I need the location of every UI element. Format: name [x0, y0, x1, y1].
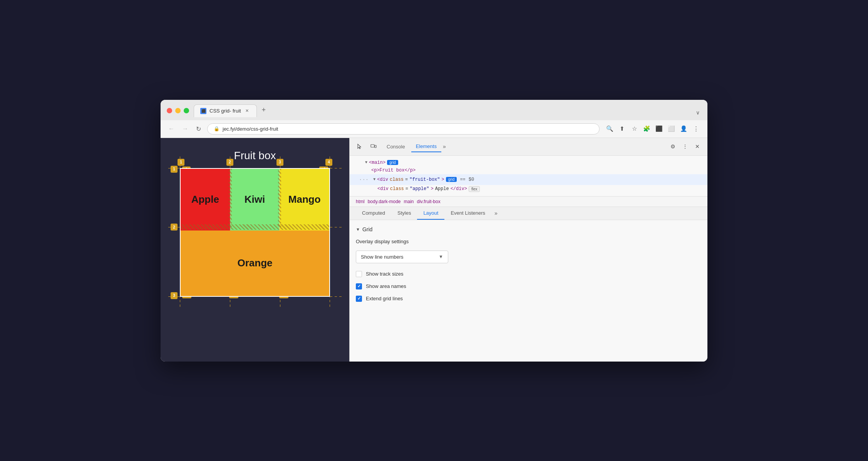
reload-button[interactable]: ↻ [194, 124, 203, 134]
devtools-toolbar: Console Elements » ⚙ ⋮ ✕ [350, 138, 707, 156]
maximize-button[interactable] [184, 108, 189, 113]
webpage-preview: Fruit box 1 2 [161, 138, 349, 362]
main-area: Fruit box 1 2 [161, 138, 707, 362]
eyedropper-icon[interactable]: ⬛ [654, 123, 664, 134]
dom-apple-open: <div [377, 186, 389, 192]
svg-rect-0 [371, 145, 374, 147]
tab-layout[interactable]: Layout [417, 207, 444, 220]
orange-cell: Orange [181, 230, 329, 296]
dom-row-main[interactable]: ▼ <main> grid [350, 159, 707, 167]
dom-class-value: "fruit-box" [409, 177, 440, 182]
dom-apple-tag-close: > [431, 186, 433, 192]
breadcrumb-div[interactable]: div.fruit-box [417, 199, 441, 204]
overlay-settings: Overlay display settings Show line numbe… [356, 239, 701, 302]
grid-badge-3-top: 3 [276, 159, 283, 166]
breadcrumb: html body.dark-mode main div.fruit-box [350, 197, 707, 207]
breadcrumb-body[interactable]: body.dark-mode [368, 199, 401, 204]
device-icon [370, 143, 377, 150]
forward-button[interactable]: → [181, 124, 190, 134]
grid-badge-1-top: 1 [178, 159, 184, 166]
col-gap-hatch-2 [278, 169, 281, 227]
traffic-lights [167, 108, 189, 113]
grid-badge-row1-left: 1 [171, 166, 178, 173]
dom-equals-sign: == [460, 177, 465, 182]
device-toggle[interactable] [368, 141, 379, 152]
col-gap-hatch-1 [229, 169, 232, 227]
extend-grid-lines-checkbox[interactable] [356, 296, 362, 302]
overlay-title: Overlay display settings [356, 239, 701, 244]
more-options-icon[interactable]: ⋮ [680, 141, 690, 152]
devtools-panel: Console Elements » ⚙ ⋮ ✕ ▼ <main> grid [349, 138, 707, 362]
dom-dollar-sign: $0 [469, 177, 474, 182]
address-input[interactable]: 🔒 jec.fyi/demo/css-grid-fruit [207, 123, 600, 135]
dom-p-tag: <p>Fruit box</p> [371, 168, 416, 173]
dom-row-div-fruitbox[interactable]: ··· ▼ <div class = "fruit-box" > grid ==… [350, 174, 707, 185]
tab-event-listeners[interactable]: Event Listeners [444, 207, 491, 220]
tab-styles[interactable]: Styles [391, 207, 417, 220]
dom-dots[interactable]: ··· [356, 175, 372, 184]
extensions-icon[interactable]: 🧩 [641, 123, 652, 134]
browser-window: ⬛ CSS grid- fruit ✕ + ∨ ← → ↻ 🔒 jec.fyi/… [161, 100, 707, 362]
dom-apple-class-val: "apple" [410, 186, 429, 192]
grid-wrapper: 1 2 3 4 1 -1 1 2 3 -1 -4 -3 -2 [180, 168, 330, 297]
minimize-button[interactable] [175, 108, 181, 113]
dom-row-div-apple[interactable]: <div class = "apple" > Apple </div> flex [350, 185, 707, 193]
tab-chevron[interactable]: ∨ [694, 108, 701, 117]
tab-close-button[interactable]: ✕ [244, 108, 250, 114]
breadcrumb-html[interactable]: html [356, 199, 365, 204]
active-tab[interactable]: ⬛ CSS grid- fruit ✕ [194, 104, 257, 117]
line-numbers-dropdown[interactable]: Show line numbers ▼ [356, 251, 448, 263]
sidebar-icon[interactable]: ⬜ [666, 123, 677, 134]
settings-icon[interactable]: ⚙ [667, 141, 678, 152]
apple-cell: Apple [181, 169, 230, 230]
new-tab-button[interactable]: + [258, 105, 269, 116]
tab-computed[interactable]: Computed [356, 207, 391, 220]
breadcrumb-main[interactable]: main [404, 199, 414, 204]
grid-badge-2-top: 2 [226, 159, 233, 166]
kiwi-cell: Kiwi [230, 169, 280, 230]
mango-cell: Mango [280, 169, 329, 230]
dropdown-label: Show line numbers [361, 254, 404, 260]
dom-row-p[interactable]: <p>Fruit box</p> [350, 167, 707, 174]
tabs-more[interactable]: » [443, 143, 446, 150]
dom-grid-badge: grid [446, 177, 457, 182]
bookmark-icon[interactable]: ☆ [629, 123, 640, 134]
close-devtools-icon[interactable]: ✕ [692, 141, 703, 152]
tab-elements[interactable]: Elements [411, 141, 441, 152]
subtabs-more[interactable]: » [493, 207, 499, 220]
layout-panel: ▼ Grid Overlay display settings Show lin… [350, 220, 707, 362]
svg-rect-1 [375, 145, 376, 148]
dom-apple-closing: </div> [451, 186, 467, 192]
inspect-tool[interactable] [354, 141, 365, 152]
tab-console[interactable]: Console [382, 141, 410, 152]
share-icon[interactable]: ⬆ [617, 123, 627, 134]
grid-badge-row3-left: 3 [171, 292, 178, 299]
address-bar: ← → ↻ 🔒 jec.fyi/demo/css-grid-fruit 🔍 ⬆ … [161, 120, 707, 138]
devtools-main-tabs: Console Elements » [382, 141, 664, 152]
profile-icon[interactable]: 👤 [678, 123, 689, 134]
close-button[interactable] [167, 108, 172, 113]
grid-section-header[interactable]: ▼ Grid [356, 226, 701, 232]
dom-equals: = [405, 177, 408, 182]
row-gap-hatch [181, 224, 329, 230]
zoom-icon[interactable]: 🔍 [604, 123, 615, 134]
grid-badge-row2-left: 2 [171, 224, 178, 230]
section-toggle-icon: ▼ [356, 227, 360, 232]
tab-title: CSS grid- fruit [209, 108, 241, 114]
layout-subtabs: Computed Styles Layout Event Listeners » [350, 207, 707, 220]
dom-tree: ▼ <main> grid <p>Fruit box</p> ··· ▼ <di… [350, 156, 707, 197]
cursor-icon [357, 143, 363, 150]
extend-grid-lines-label: Extend grid lines [366, 296, 403, 301]
show-area-names-row: Show area names [356, 283, 701, 289]
show-track-sizes-label: Show track sizes [366, 271, 404, 277]
more-menu-icon[interactable]: ⋮ [690, 123, 701, 134]
dom-toggle-main: ▼ [365, 160, 367, 165]
back-button[interactable]: ← [167, 124, 176, 134]
show-area-names-checkbox[interactable] [356, 283, 362, 289]
dom-main-tag: <main> [369, 160, 385, 165]
dom-grid-badge-main: grid [387, 160, 398, 165]
show-track-sizes-checkbox[interactable] [356, 271, 362, 277]
title-bar: ⬛ CSS grid- fruit ✕ + ∨ [161, 100, 707, 120]
fruit-grid: Apple Kiwi Mango Orange [180, 168, 330, 297]
grid-section-title: Grid [362, 226, 372, 232]
